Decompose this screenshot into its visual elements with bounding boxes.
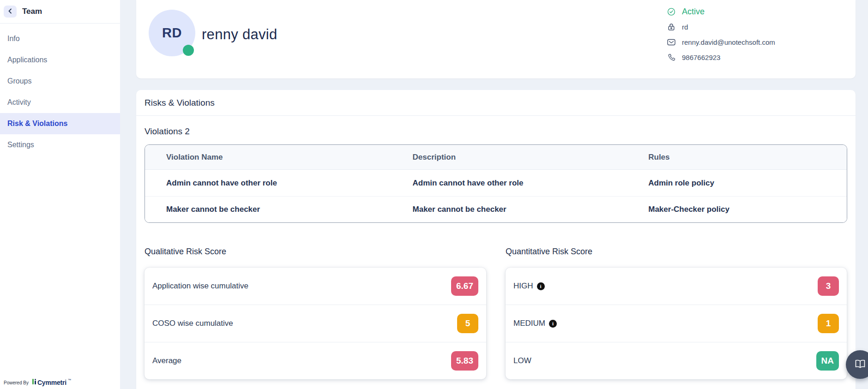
score-badge-application-wise-cumulative: 6.67 <box>451 276 478 296</box>
score-badge-medium: 1 <box>818 314 839 333</box>
column-header-violation-name: Violation Name <box>145 153 392 162</box>
sidebar-item-risk-violations[interactable]: Risk & Violations <box>0 113 120 134</box>
chevron-left-icon <box>7 8 13 15</box>
column-header-description: Description <box>392 153 627 162</box>
violation-cell: Admin cannot have other role <box>392 179 627 188</box>
online-status-dot <box>183 45 194 56</box>
violation-table-row: Maker cannot be checkerMaker cannot be c… <box>145 196 847 222</box>
cymmetri-logo: Cymmetri ™ <box>32 379 71 386</box>
status-badge: Active <box>682 7 705 17</box>
sidebar-item-applications[interactable]: Applications <box>0 49 120 71</box>
score-label: COSO wise cumulative <box>152 319 233 328</box>
phone-value: 9867662923 <box>682 54 720 61</box>
score-badge-coso-wise-cumulative: 5 <box>457 314 478 333</box>
violation-table-row: Admin cannot have other roleAdmin cannot… <box>145 170 847 196</box>
score-label: LOW <box>513 356 531 365</box>
open-book-icon <box>855 359 866 371</box>
qualitative-score-card: Application wise cumulative6.67COSO wise… <box>145 268 486 379</box>
sidebar-item-groups[interactable]: Groups <box>0 71 120 92</box>
violations-table-body: Admin cannot have other roleAdmin cannot… <box>145 170 847 222</box>
user-name: renny david <box>202 26 277 43</box>
status-row: Active <box>667 6 775 17</box>
profile-card: RD renny david Active rd renny.david@uno… <box>136 0 856 78</box>
score-label: Application wise cumulative <box>152 281 248 291</box>
username-value: rd <box>682 23 688 31</box>
violations-table-header: Violation NameDescriptionRules <box>145 145 847 170</box>
lock-icon <box>667 23 675 31</box>
avatar: RD <box>149 10 195 56</box>
score-label: Average <box>152 356 181 365</box>
qualitative-score-title: Qualitative Risk Score <box>145 247 226 257</box>
violations-table: Violation NameDescriptionRules Admin can… <box>145 144 847 223</box>
score-row-average: Average5.83 <box>145 342 486 379</box>
sidebar-header: Team <box>0 0 120 24</box>
check-circle-icon <box>667 7 675 16</box>
score-row-low: LOWNA <box>506 342 847 379</box>
powered-by-footer: Powered By Cymmetri ™ <box>4 379 71 386</box>
violation-cell: Admin role policy <box>627 179 847 188</box>
sidebar-menu: InfoApplicationsGroupsActivityRisk & Vio… <box>0 24 120 156</box>
sidebar-title: Team <box>22 7 42 16</box>
info-icon[interactable]: i <box>537 282 545 290</box>
sidebar-item-info[interactable]: Info <box>0 28 120 49</box>
risks-section-header: Risks & Violations <box>136 90 856 116</box>
email-value: renny.david@unotechsoft.com <box>682 38 775 46</box>
cymmetri-logo-icon <box>32 379 36 385</box>
violations-count-title: Violations 2 <box>145 126 847 137</box>
phone-icon <box>667 54 675 61</box>
score-row-medium: MEDIUMi1 <box>506 305 847 342</box>
column-header-rules: Rules <box>627 153 847 162</box>
violation-cell: Maker-Checker policy <box>627 205 847 214</box>
info-icon[interactable]: i <box>549 320 557 328</box>
sidebar: Team InfoApplicationsGroupsActivityRisk … <box>0 0 120 389</box>
phone-row: 9867662923 <box>667 52 775 62</box>
powered-by-label: Powered By <box>4 380 29 385</box>
sidebar-item-settings[interactable]: Settings <box>0 134 120 156</box>
score-label: MEDIUM <box>513 319 545 328</box>
score-label: HIGH <box>513 281 533 291</box>
username-row: rd <box>667 22 775 32</box>
sidebar-item-activity[interactable]: Activity <box>0 92 120 113</box>
risks-section-title: Risks & Violations <box>145 98 215 108</box>
quantitative-score-card: HIGHi3MEDIUMi1LOWNA <box>506 268 847 379</box>
mail-icon <box>667 39 675 46</box>
score-row-high: HIGHi3 <box>506 268 847 305</box>
quantitative-score-title: Quantitative Risk Score <box>506 247 592 257</box>
score-row-coso-wise-cumulative: COSO wise cumulative5 <box>145 305 486 342</box>
brand-trademark: ™ <box>68 378 71 382</box>
score-badge-average: 5.83 <box>451 351 478 371</box>
violation-cell: Maker cannot be checker <box>392 205 627 214</box>
back-button[interactable] <box>4 6 17 18</box>
profile-meta: Active rd renny.david@unotechsoft.com 98… <box>667 6 775 62</box>
score-row-application-wise-cumulative: Application wise cumulative6.67 <box>145 268 486 305</box>
violation-cell: Maker cannot be checker <box>145 205 392 214</box>
score-badge-high: 3 <box>818 276 839 296</box>
brand-name: Cymmetri <box>37 379 66 386</box>
violation-cell: Admin cannot have other role <box>145 179 392 188</box>
score-badge-low: NA <box>816 351 839 371</box>
risks-violations-card: Risks & Violations Violations 2 Violatio… <box>136 90 856 389</box>
email-row: renny.david@unotechsoft.com <box>667 37 775 47</box>
